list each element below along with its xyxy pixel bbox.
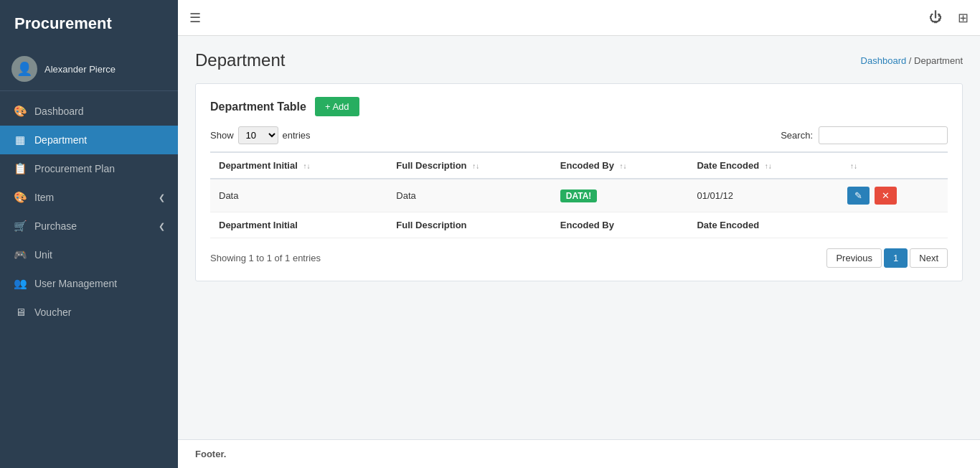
card-title: Department Table — [210, 100, 306, 113]
previous-button[interactable]: Previous — [826, 248, 882, 268]
search-box: Search: — [781, 126, 948, 144]
unit-icon: 🎮 — [13, 248, 27, 261]
show-label: Show — [210, 130, 234, 141]
sidebar-item-label: Voucher — [34, 306, 71, 318]
sidebar-item-voucher[interactable]: 🖥 Voucher — [0, 298, 178, 326]
department-table: Department Initial ↑↓ Full Description ↑… — [210, 151, 948, 238]
voucher-icon: 🖥 — [13, 306, 27, 318]
sidebar-item-user-management[interactable]: 👥 User Management — [0, 269, 178, 298]
chevron-right-icon-2: ❮ — [159, 222, 165, 231]
purchase-icon: 🛒 — [13, 220, 27, 233]
footer-encoded-by: Encoded By — [552, 212, 689, 238]
username: Alexander Pierce — [44, 64, 116, 75]
sidebar: Procurement 👤 Alexander Pierce 🎨 Dashboa… — [0, 0, 178, 468]
cell-full-desc: Data — [387, 179, 551, 212]
cell-dept-initial: Data — [210, 179, 387, 212]
table-row: Data Data DATA! 01/01/12 ✎ ✕ — [210, 179, 948, 212]
department-card: Department Table + Add Show 10 25 50 100… — [195, 83, 963, 281]
sidebar-item-purchase[interactable]: 🛒 Purchase ❮ — [0, 212, 178, 240]
sidebar-user: 👤 Alexander Pierce — [0, 47, 178, 91]
encoded-by-badge: DATA! — [560, 189, 598, 202]
col-label-encoded-by: Encoded By — [560, 160, 614, 171]
breadcrumb-separator: / — [909, 55, 912, 66]
breadcrumb: Dashboard / Department — [861, 55, 963, 66]
cell-actions: ✎ ✕ — [839, 179, 948, 212]
edit-button[interactable]: ✎ — [847, 187, 870, 205]
sidebar-item-department[interactable]: ▦ Department — [0, 126, 178, 154]
card-header: Department Table + Add — [210, 97, 948, 116]
user-mgmt-icon: 👥 — [13, 277, 27, 290]
sort-icon-date-encoded: ↑↓ — [765, 162, 772, 170]
sidebar-item-label: Procurement Plan — [34, 163, 115, 174]
page-header: Department Dashboard / Department — [195, 50, 963, 70]
next-button[interactable]: Next — [910, 248, 948, 268]
breadcrumb-current: Department — [914, 55, 963, 66]
col-label-dept-initial: Department Initial — [219, 160, 298, 171]
chevron-right-icon: ❮ — [159, 193, 165, 202]
topbar: ☰ ⏻ ⊞ — [178, 0, 980, 36]
sidebar-item-dashboard[interactable]: 🎨 Dashboard — [0, 97, 178, 126]
col-header-full-desc[interactable]: Full Description ↑↓ — [387, 152, 551, 179]
sort-icon-full-desc: ↑↓ — [472, 162, 479, 170]
table-controls: Show 10 25 50 100 entries Search: — [210, 126, 948, 144]
col-header-dept-initial[interactable]: Department Initial ↑↓ — [210, 152, 387, 179]
delete-button[interactable]: ✕ — [875, 187, 897, 205]
pagination: Showing 1 to 1 of 1 entries Previous 1 N… — [210, 248, 948, 268]
sidebar-item-item[interactable]: 🎨 Item ❮ — [0, 183, 178, 212]
table-header-row: Department Initial ↑↓ Full Description ↑… — [210, 152, 948, 179]
add-department-button[interactable]: + Add — [315, 97, 359, 116]
col-header-date-encoded[interactable]: Date Encoded ↑↓ — [688, 152, 839, 179]
sidebar-item-label: Dashboard — [34, 106, 84, 117]
show-entries-control: Show 10 25 50 100 entries — [210, 126, 311, 144]
sidebar-item-unit[interactable]: 🎮 Unit — [0, 240, 178, 269]
app-logo: Procurement — [0, 0, 178, 47]
sidebar-nav: 🎨 Dashboard ▦ Department 📋 Procurement P… — [0, 91, 178, 468]
main-area: ☰ ⏻ ⊞ Department Dashboard / Department … — [178, 0, 980, 468]
grid-icon[interactable]: ⊞ — [958, 10, 969, 26]
pagination-info: Showing 1 to 1 of 1 entries — [210, 253, 321, 263]
footer-text: Footer. — [195, 449, 226, 459]
sidebar-item-label: Item — [34, 192, 54, 203]
sort-icon-dept-initial: ↑↓ — [303, 162, 310, 170]
dashboard-icon: 🎨 — [13, 105, 27, 118]
table-footer-row: Department Initial Full Description Enco… — [210, 212, 948, 238]
sidebar-item-label: Purchase — [34, 220, 77, 232]
sidebar-item-procurement-plan[interactable]: 📋 Procurement Plan — [0, 154, 178, 183]
col-header-actions: ↑↓ — [839, 152, 948, 179]
cell-date-encoded: 01/01/12 — [688, 179, 839, 212]
footer: Footer. — [178, 439, 980, 468]
footer-actions — [839, 212, 948, 238]
pagination-buttons: Previous 1 Next — [826, 248, 948, 268]
sidebar-item-label: User Management — [34, 278, 117, 289]
footer-full-desc: Full Description — [387, 212, 551, 238]
breadcrumb-home[interactable]: Dashboard — [861, 55, 907, 66]
footer-dept-initial: Department Initial — [210, 212, 387, 238]
power-icon[interactable]: ⏻ — [929, 10, 942, 25]
cell-encoded-by: DATA! — [552, 179, 689, 212]
page-1-button[interactable]: 1 — [884, 248, 908, 268]
page-title: Department — [195, 50, 285, 70]
col-label-full-desc: Full Description — [396, 160, 466, 171]
sidebar-item-label: Department — [34, 134, 87, 146]
col-label-date-encoded: Date Encoded — [697, 160, 759, 171]
entries-select[interactable]: 10 25 50 100 — [238, 126, 278, 144]
search-label: Search: — [781, 130, 813, 141]
sort-icon-actions: ↑↓ — [850, 162, 857, 170]
col-header-encoded-by[interactable]: Encoded By ↑↓ — [552, 152, 689, 179]
menu-toggle-icon[interactable]: ☰ — [189, 10, 201, 26]
main-content: Department Dashboard / Department Depart… — [178, 36, 980, 439]
action-buttons: ✎ ✕ — [847, 187, 939, 205]
avatar: 👤 — [11, 56, 37, 82]
entries-label: entries — [283, 130, 311, 141]
procurement-plan-icon: 📋 — [13, 162, 27, 175]
sort-icon-encoded-by: ↑↓ — [620, 162, 627, 170]
footer-date-encoded: Date Encoded — [688, 212, 839, 238]
search-input[interactable] — [819, 126, 948, 144]
item-icon: 🎨 — [13, 191, 27, 204]
department-icon: ▦ — [13, 134, 27, 146]
sidebar-item-label: Unit — [34, 249, 52, 261]
